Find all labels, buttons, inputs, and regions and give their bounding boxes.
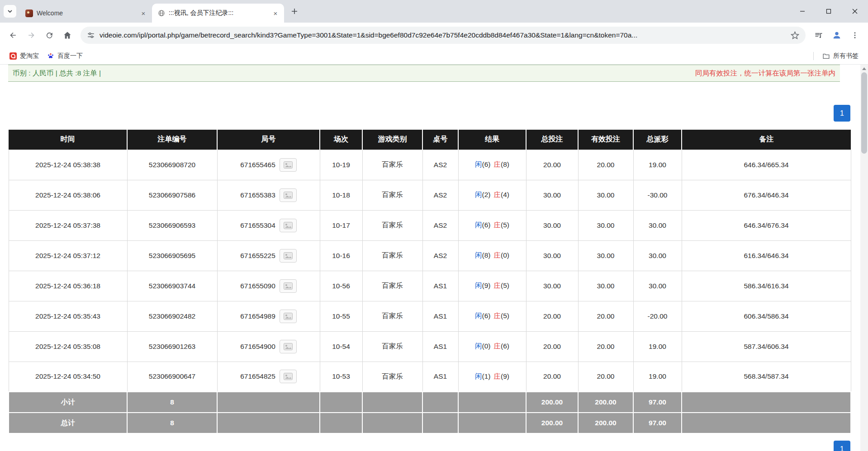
menu-button[interactable] (846, 27, 863, 44)
game-type-cell: 百家乐 (362, 331, 422, 362)
total-bet-cell: 20.00 (526, 150, 578, 180)
player-result: 闲 (475, 191, 482, 198)
pagination-button-bottom[interactable]: 1 (834, 441, 850, 451)
folder-icon (822, 52, 830, 60)
valid-bet-cell: 20.00 (578, 150, 633, 180)
site-info-icon[interactable] (87, 31, 95, 39)
game-type-cell: 百家乐 (362, 362, 422, 392)
tab-welcome[interactable]: Welcome × (20, 4, 152, 23)
bet-table-body: 2025-12-24 05:38:38 523066908720 6716554… (9, 150, 851, 392)
scrollbar-thumb[interactable] (861, 72, 867, 154)
player-result: 闲 (475, 372, 482, 380)
footer-empty-cell (682, 413, 851, 433)
minimize-button[interactable] (789, 0, 816, 23)
result-cell: 闲(2)庄(4) (458, 180, 526, 210)
table-no-cell: AS2 (422, 210, 458, 240)
player-score: (8) (482, 251, 491, 259)
game-result-button[interactable] (280, 188, 297, 202)
media-controls-button[interactable] (810, 27, 827, 44)
welcome-favicon-icon (25, 9, 33, 17)
all-bookmarks-label: 所有书签 (833, 52, 859, 60)
vertical-scrollbar[interactable] (860, 65, 868, 451)
session-cell: 10-55 (320, 301, 362, 331)
game-result-button[interactable] (280, 279, 297, 293)
three-dot-menu-icon (851, 31, 859, 39)
result-cell: 闲(0)庄(6) (458, 331, 526, 362)
game-result-image-icon (284, 252, 293, 259)
bet-record-table: 时间 注单编号 局号 场次 游戏类别 桌号 结果 总投注 有效投注 总派彩 备注… (8, 130, 851, 434)
column-header-table-no: 桌号 (422, 130, 458, 150)
player-result: 闲 (475, 342, 482, 350)
bookmark-baidu[interactable]: 百度一下 (43, 50, 87, 62)
total-bet-cell: 20.00 (526, 331, 578, 362)
tab-bet-record[interactable]: :::视讯, 会员下注纪录::: × (152, 4, 284, 23)
home-button[interactable] (59, 27, 76, 44)
game-type-cell: 百家乐 (362, 301, 422, 331)
total-valid-bet: 200.00 (578, 413, 633, 433)
maximize-button[interactable] (816, 0, 842, 23)
note-cell: 646.34/665.34 (682, 150, 851, 180)
payout-cell: -30.00 (633, 180, 682, 210)
player-score: (6) (482, 221, 491, 229)
valid-bet-cell: 30.00 (578, 240, 633, 271)
profile-button[interactable] (828, 27, 845, 44)
back-icon (9, 31, 18, 40)
note-cell: 606.34/586.34 (682, 301, 851, 331)
bet-id-cell: 523066902482 (127, 301, 217, 331)
round-number: 671654989 (240, 312, 275, 320)
scroll-up-button[interactable] (860, 65, 868, 72)
tab-search-button[interactable] (4, 5, 16, 18)
address-bar[interactable]: videoie.com/ipl/portal.php/game/betrecor… (81, 27, 806, 44)
round-cell: 671655465 (217, 150, 320, 180)
game-result-button[interactable] (280, 310, 297, 323)
column-header-game-type: 游戏类别 (362, 130, 422, 150)
aitaobao-icon (9, 52, 17, 60)
tab-close-icon[interactable]: × (271, 9, 280, 17)
url-text[interactable]: videoie.com/ipl/portal.php/game/betrecor… (100, 31, 786, 39)
banker-score: (0) (501, 251, 509, 259)
banker-score: (5) (501, 221, 509, 229)
subtotal-label: 小计 (9, 392, 127, 413)
player-score: (1) (482, 372, 491, 380)
all-bookmarks-button[interactable]: 所有书签 (818, 50, 863, 62)
game-result-button[interactable] (280, 249, 297, 263)
forward-button[interactable] (23, 27, 40, 44)
tab-close-icon[interactable]: × (139, 9, 147, 17)
note-cell: 586.34/616.34 (682, 271, 851, 301)
total-bet-cell: 20.00 (526, 301, 578, 331)
pagination-button-top[interactable]: 1 (834, 105, 850, 122)
game-result-button[interactable] (280, 340, 297, 353)
game-type-cell: 百家乐 (362, 210, 422, 240)
banker-result: 庄 (494, 191, 501, 198)
footer-empty-cell (422, 392, 458, 413)
round-number: 671655225 (240, 252, 275, 260)
bet-id-cell: 523066906593 (127, 210, 217, 240)
game-result-image-icon (284, 343, 293, 350)
game-result-button[interactable] (280, 219, 297, 232)
result-cell: 闲(6)庄(5) (458, 210, 526, 240)
footer-empty-cell (320, 413, 362, 433)
game-result-button[interactable] (280, 158, 297, 172)
bookmark-aitaobao[interactable]: 爱淘宝 (5, 50, 43, 62)
banker-result: 庄 (494, 312, 501, 319)
game-result-image-icon (284, 313, 293, 320)
bookmark-star-icon[interactable] (791, 31, 799, 40)
session-cell: 10-19 (320, 150, 362, 180)
table-row: 2025-12-24 05:38:38 523066908720 6716554… (9, 150, 851, 180)
banker-score: (6) (501, 342, 509, 350)
profile-avatar-icon (832, 30, 842, 40)
banker-score: (9) (501, 372, 509, 380)
subtotal-valid-bet: 200.00 (578, 392, 633, 413)
reload-button[interactable] (41, 27, 58, 44)
footer-empty-cell (217, 392, 320, 413)
total-bet-cell: 30.00 (526, 240, 578, 271)
game-result-button[interactable] (280, 370, 297, 383)
close-button[interactable] (842, 0, 868, 23)
player-score: (6) (482, 160, 491, 168)
rule-notice-text: 同局有效投注，统一计算在该局第一张注单内 (695, 69, 835, 78)
note-cell: 676.34/646.34 (682, 180, 851, 210)
new-tab-button[interactable] (288, 5, 301, 18)
session-cell: 10-56 (320, 271, 362, 301)
round-cell: 671654989 (217, 301, 320, 331)
back-button[interactable] (5, 27, 22, 44)
